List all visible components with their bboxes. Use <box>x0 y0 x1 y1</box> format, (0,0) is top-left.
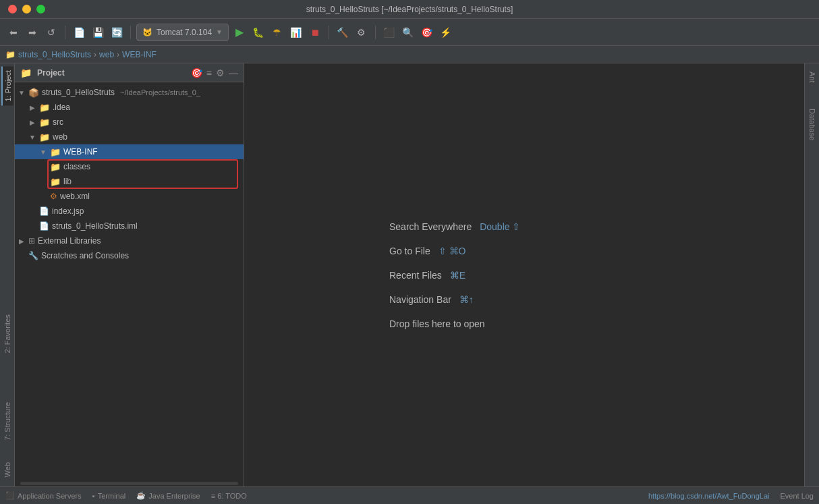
tree-item-classes[interactable]: 📁 classes <box>15 159 244 174</box>
favorites-tab[interactable]: 2: Favorites <box>2 310 13 357</box>
minimize-button[interactable] <box>22 5 31 13</box>
toolbar-sep-3 <box>329 26 329 39</box>
hint-navigation-bar: Navigation Bar ⌘↑ <box>389 289 659 310</box>
breadcrumb-webinf[interactable]: WEB-INF <box>122 50 157 59</box>
expand-arrow-idea: ▶ <box>28 104 36 111</box>
hint-recent-files: Recent Files ⌘E <box>389 264 659 286</box>
tree-item-webinf[interactable]: ▼ 📁 WEB-INF <box>15 144 244 159</box>
status-todo[interactable]: ≡ 6: TODO <box>211 492 247 500</box>
toolbar-sep-2 <box>130 26 131 39</box>
tree-view: ▼ 📦 struts_0_HelloStruts ~/IdeaProjects/… <box>15 82 244 486</box>
inspect-button[interactable]: 🎯 <box>419 24 435 40</box>
expand-arrow-root: ▼ <box>18 89 26 96</box>
tree-item-src[interactable]: ▶ 📁 src <box>15 115 244 130</box>
tree-item-webxml[interactable]: ⚙ web.xml <box>15 189 244 204</box>
status-bar: ⬛ Application Servers ▪ Terminal ☕ Java … <box>0 486 819 504</box>
status-event-log[interactable]: Event Log <box>780 492 814 500</box>
terminal-button[interactable]: ⬛ <box>381 24 397 40</box>
breadcrumb-sep-1: › <box>94 50 96 59</box>
ant-tab[interactable]: Ant <box>807 69 818 86</box>
coverage-button[interactable]: ☂ <box>269 24 285 40</box>
expand-arrow-webinf: ▼ <box>39 148 47 156</box>
web-tab[interactable]: Web <box>2 458 13 481</box>
stop-button[interactable]: ⏹ <box>307 24 323 40</box>
status-app-servers[interactable]: ⬛ Application Servers <box>5 491 82 500</box>
sync-button[interactable]: 🔄 <box>109 24 125 40</box>
maximize-button[interactable] <box>36 5 45 13</box>
search-button[interactable]: 🔍 <box>400 24 416 40</box>
run-configuration[interactable]: 🐱 Tomcat 7.0.104 ▼ <box>136 24 229 41</box>
toolbar-sep-4 <box>375 26 376 39</box>
project-panel: 📁 Project 🎯 ≡ ⚙ — ▼ 📦 struts_0_HelloStru… <box>15 63 244 486</box>
status-java-enterprise[interactable]: ☕ Java Enterprise <box>136 491 200 500</box>
tree-item-indexjsp[interactable]: 📄 index.jsp <box>15 204 244 219</box>
breadcrumb: 📁 struts_0_HelloStruts › web › WEB-INF <box>0 46 819 63</box>
panel-header-icons: 🎯 ≡ ⚙ — <box>191 67 238 78</box>
structure-tab[interactable]: 7: Structure <box>2 398 13 445</box>
breadcrumb-project[interactable]: 📁 struts_0_HelloStruts <box>5 50 91 59</box>
close-button[interactable] <box>8 5 17 13</box>
tree-item-extlib[interactable]: ▶ ⊞ External Libraries <box>15 233 244 248</box>
refresh-button[interactable]: ↺ <box>43 24 59 40</box>
hint-goto-file: Go to File ⇧ ⌘O <box>389 240 659 262</box>
breadcrumb-sep-2: › <box>117 50 119 59</box>
expand-arrow-web: ▼ <box>28 134 36 141</box>
project-panel-header: 📁 Project 🎯 ≡ ⚙ — <box>15 63 244 82</box>
new-file-button[interactable]: 📄 <box>71 24 87 40</box>
power-button[interactable]: ⚡ <box>438 24 454 40</box>
hint-drop-files: Drop files here to open <box>389 313 659 335</box>
run-config-arrow-icon: ▼ <box>216 28 223 36</box>
status-terminal[interactable]: ▪ Terminal <box>92 492 125 500</box>
expand-arrow-src: ▶ <box>28 119 36 126</box>
debug-button[interactable]: 🐛 <box>250 24 266 40</box>
breadcrumb-web[interactable]: web <box>99 50 114 59</box>
tree-item-iml[interactable]: 📄 struts_0_HelloStruts.iml <box>15 219 244 233</box>
minimize-icon[interactable]: — <box>229 67 238 78</box>
back-button[interactable]: ⬅ <box>5 24 22 40</box>
tree-item-idea[interactable]: ▶ 📁 .idea <box>15 100 244 115</box>
tree-item-web[interactable]: ▼ 📁 web <box>15 130 244 144</box>
settings-icon[interactable]: ⚙ <box>216 67 225 78</box>
forward-button[interactable]: ➡ <box>24 24 40 40</box>
traffic-lights <box>8 5 45 13</box>
locate-icon[interactable]: 🎯 <box>191 67 202 78</box>
right-sidebar: Ant Database <box>804 63 819 486</box>
run-config-label: Tomcat 7.0.104 <box>157 28 212 37</box>
left-sidebar: 1: Project 2: Favorites 7: Structure Web <box>0 63 15 486</box>
project-panel-title: Project <box>37 68 65 78</box>
expand-icon[interactable]: ≡ <box>206 67 212 78</box>
tree-item-root[interactable]: ▼ 📦 struts_0_HelloStruts ~/IdeaProjects/… <box>15 85 244 100</box>
title-bar: struts_0_HelloStruts [~/IdeaProjects/str… <box>0 0 819 19</box>
tree-item-lib[interactable]: 📁 lib <box>15 174 244 189</box>
build-button[interactable]: 🔨 <box>335 24 351 40</box>
window-title: struts_0_HelloStruts [~/IdeaProjects/str… <box>306 5 513 14</box>
toolbar: ⬅ ➡ ↺ 📄 💾 🔄 🐱 Tomcat 7.0.104 ▼ ▶ 🐛 ☂ 📊 ⏹… <box>0 19 819 46</box>
content-area: Search Everywhere Double ⇧ Go to File ⇧ … <box>244 63 804 486</box>
tree-item-scratches[interactable]: 🔧 Scratches and Consoles <box>15 248 244 263</box>
hint-search-everywhere: Search Everywhere Double ⇧ <box>389 216 659 237</box>
run-button[interactable]: ▶ <box>231 24 248 40</box>
profile-button[interactable]: 📊 <box>288 24 304 40</box>
main-layout: 1: Project 2: Favorites 7: Structure Web… <box>0 63 819 486</box>
hints-container: Search Everywhere Double ⇧ Go to File ⇧ … <box>389 216 659 335</box>
database-tab[interactable]: Database <box>807 106 818 143</box>
project-tab[interactable]: 1: Project <box>1 66 13 105</box>
highlighted-region: 📁 classes 📁 lib <box>15 159 244 189</box>
status-url: https://blog.csdn.net/Awt_FuDongLai <box>648 492 770 500</box>
toolbar-sep-1 <box>65 26 65 39</box>
settings-button[interactable]: ⚙ <box>354 24 370 40</box>
save-button[interactable]: 💾 <box>90 24 106 40</box>
tree-scrollbar[interactable] <box>20 482 238 485</box>
